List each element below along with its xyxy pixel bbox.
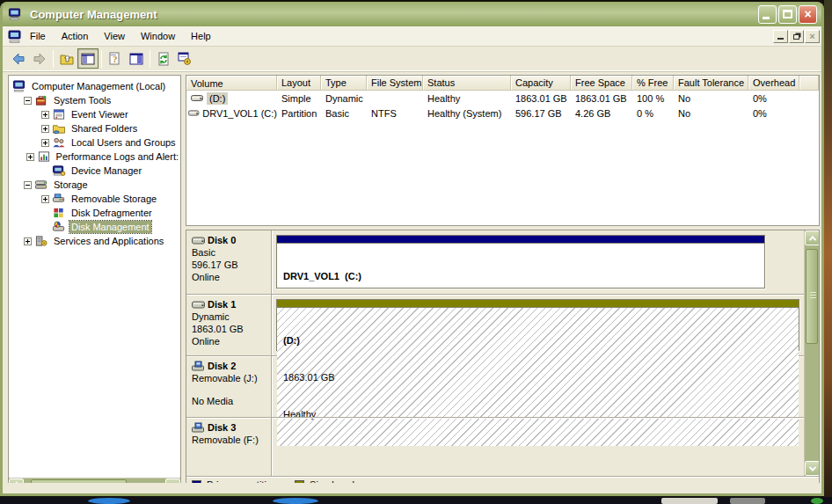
mdi-close-button[interactable]: × [805, 30, 820, 43]
device-manager-icon [52, 164, 66, 177]
minimize-button[interactable] [758, 5, 777, 24]
column-header-overhead[interactable]: Overhead [748, 76, 799, 91]
toolbar-separator [101, 50, 102, 68]
services-and-applications-icon [34, 235, 48, 247]
scrollbar-thumb[interactable] [806, 249, 818, 344]
expand-icon[interactable] [41, 125, 49, 133]
tree-item-removable-storage[interactable]: Removable Storage [9, 192, 180, 206]
volume-name: DRV1_VOL1 (C:) [202, 108, 277, 119]
cell-layout: Simple [277, 93, 321, 104]
column-header-free-space[interactable]: Free Space [571, 76, 632, 91]
tree-item-disk-defragmenter[interactable]: Disk Defragmenter [9, 206, 180, 220]
column-header-type[interactable]: Type [321, 76, 367, 91]
expand-icon[interactable] [41, 195, 49, 203]
cell-type: Dynamic [321, 93, 367, 104]
back-button[interactable] [8, 48, 29, 69]
disk-3-row[interactable]: Disk 3 Removable (F:) [186, 418, 804, 476]
help-button[interactable]: ? [105, 48, 126, 69]
refresh-button[interactable] [153, 48, 174, 69]
menu-help[interactable]: Help [183, 28, 219, 44]
column-header-fault-tolerance[interactable]: Fault Tolerance [674, 76, 748, 91]
expand-icon[interactable] [24, 237, 32, 245]
column-header-percent-free[interactable]: % Free [632, 76, 674, 91]
chevron-down-icon [808, 464, 815, 471]
tree-item-services-and-applications[interactable]: Services and Applications [9, 234, 180, 248]
forward-button[interactable] [29, 48, 50, 69]
close-button[interactable]: × [799, 5, 817, 24]
event-viewer-icon [52, 108, 66, 121]
volume-bar-title: (D:) [283, 334, 799, 347]
tree-item-performance-logs[interactable]: Performance Logs and Alert: [9, 150, 180, 164]
mdi-minimize-button[interactable] [773, 30, 788, 43]
close-icon: × [799, 7, 816, 21]
volume-row-c[interactable]: DRV1_VOL1 (C:) Partition Basic NTFS Heal… [186, 106, 819, 121]
maximize-icon [783, 10, 792, 18]
tree-item-system-tools[interactable]: System Tools [9, 93, 180, 107]
column-header-status[interactable]: Status [423, 76, 511, 91]
disk-0-label[interactable]: Disk 0 Basic 596.17 GB Online [186, 230, 272, 294]
volume-row-d[interactable]: (D:) Simple Dynamic Healthy 1863.01 GB 1… [186, 91, 819, 106]
disk-status: Online [192, 271, 269, 283]
disk-3-label[interactable]: Disk 3 Removable (F:) [186, 418, 272, 476]
up-level-button[interactable] [56, 48, 77, 69]
tree-item-computer-management[interactable]: Computer Management (Local) [9, 79, 180, 93]
expand-icon[interactable] [41, 111, 49, 119]
menu-file[interactable]: File [22, 28, 54, 44]
disk-0-row[interactable]: Disk 0 Basic 596.17 GB Online [186, 230, 804, 295]
refresh-icon [157, 52, 171, 66]
disk-2-row[interactable]: Disk 2 Removable (J:) No Media [186, 356, 804, 418]
toolbar: ? [3, 47, 821, 71]
cell-capacity: 596.17 GB [511, 108, 571, 119]
tree-item-device-manager[interactable]: Device Manager [9, 164, 180, 178]
tree-item-event-viewer[interactable]: Event Viewer [9, 107, 180, 121]
volume-bar-c[interactable]: DRV1_VOL1 (C:) 596.17 GB NTFS Healthy (S… [276, 235, 765, 289]
volume-bar-d[interactable]: (D:) 1863.01 GB Healthy [276, 299, 799, 351]
scroll-up-button[interactable] [805, 230, 820, 245]
disk-type: Basic [192, 246, 269, 259]
menu-window[interactable]: Window [133, 28, 183, 44]
scrollbar-track[interactable] [805, 245, 819, 461]
collapse-icon[interactable] [24, 181, 32, 189]
expand-icon[interactable] [26, 153, 34, 161]
forward-arrow-icon [33, 52, 47, 66]
rescan-disks-button[interactable] [174, 48, 195, 69]
show-hide-console-tree-button[interactable] [77, 48, 99, 69]
volume-list: Volume Layout Type File System Status Ca… [186, 75, 820, 226]
tree-item-disk-management[interactable]: Disk Management [9, 220, 180, 234]
tree-item-local-users-and-groups[interactable]: Local Users and Groups [9, 135, 180, 150]
volume-bar-title: DRV1_VOL1 (C:) [283, 270, 764, 282]
scroll-down-button[interactable] [805, 461, 820, 476]
cell-capacity: 1863.01 GB [511, 93, 571, 104]
disk-1-row[interactable]: Disk 1 Dynamic 1863.01 GB Online [186, 295, 804, 356]
cell-status: Healthy (System) [423, 108, 511, 119]
column-header-layout[interactable]: Layout [277, 76, 321, 91]
disk-2-label[interactable]: Disk 2 Removable (J:) No Media [186, 356, 272, 417]
disk-1-track: (D:) 1863.01 GB Healthy [272, 295, 804, 355]
column-header-file-system[interactable]: File System [367, 76, 423, 91]
maximize-button[interactable] [778, 5, 797, 24]
collapse-icon[interactable] [24, 97, 32, 105]
mdi-restore-button[interactable] [789, 30, 804, 43]
selected-tree-item-label: Disk Management [69, 221, 151, 233]
window-bottom-strip [3, 483, 821, 493]
cell-layout: Partition [277, 108, 321, 119]
menu-view[interactable]: View [96, 28, 133, 44]
console-tree: Computer Management (Local) System Tools [9, 76, 180, 478]
disk-3-track [272, 418, 804, 476]
disk-2-track [272, 356, 804, 417]
column-header-volume[interactable]: Volume [186, 76, 277, 91]
column-header-capacity[interactable]: Capacity [511, 76, 571, 91]
main-content: Computer Management (Local) System Tools [3, 71, 821, 493]
tree-item-shared-folders[interactable]: Shared Folders [9, 121, 180, 135]
tree-item-storage[interactable]: Storage [9, 178, 180, 192]
cell-percent-free: 0 % [632, 108, 674, 119]
disk-view-vertical-scrollbar[interactable] [804, 230, 819, 476]
title-bar[interactable]: Computer Management × [3, 2, 821, 26]
mdi-child-icon [8, 30, 22, 43]
expand-icon[interactable] [41, 139, 49, 147]
taskbar-item [811, 498, 823, 504]
console-tree-icon [81, 52, 95, 66]
menu-action[interactable]: Action [54, 28, 97, 44]
show-hide-action-pane-button[interactable] [126, 48, 147, 69]
disk-1-label[interactable]: Disk 1 Dynamic 1863.01 GB Online [186, 295, 272, 355]
